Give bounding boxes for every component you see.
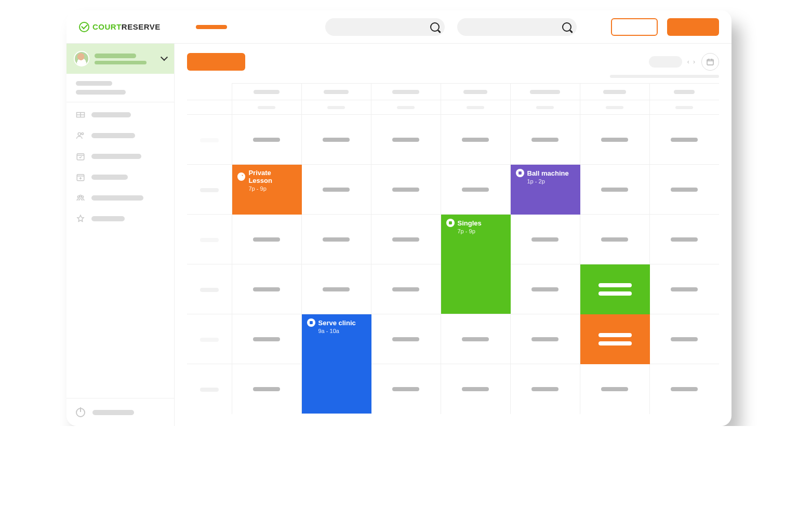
column-header[interactable]: [510, 84, 580, 100]
schedule-cell[interactable]: [232, 364, 301, 414]
schedule-cell[interactable]: [301, 215, 371, 264]
schedule-cell[interactable]: [649, 264, 719, 314]
sidebar-nav: [66, 102, 174, 231]
row-label: [187, 215, 232, 264]
power-icon[interactable]: [76, 408, 85, 417]
sidebar-item-courts[interactable]: [66, 104, 174, 125]
schedule-cell[interactable]: Private Lesson 7p - 9p: [232, 165, 301, 215]
app-window: COURTRESERVE: [66, 10, 732, 426]
schedule-cell[interactable]: [371, 215, 441, 264]
schedule-cell[interactable]: [510, 364, 580, 414]
event-ball-machine[interactable]: Ball machine 1p - 2p: [511, 165, 580, 215]
schedule-cell[interactable]: [441, 364, 510, 414]
schedule-cell[interactable]: [510, 115, 580, 165]
schedule-cell[interactable]: [232, 215, 301, 264]
schedule-cell[interactable]: [301, 165, 371, 215]
search-input-2[interactable]: [457, 18, 577, 36]
calendar-button[interactable]: [701, 53, 719, 71]
column-header[interactable]: [580, 84, 649, 100]
schedule-cell[interactable]: Serve clinic 9a - 10a: [301, 314, 371, 364]
sidebar: [66, 44, 175, 426]
sidebar-item-label: [91, 112, 131, 117]
schedule-cell[interactable]: [232, 115, 301, 165]
schedule-cell[interactable]: [441, 115, 510, 165]
svg-point-4: [82, 132, 84, 135]
column-header[interactable]: [441, 84, 510, 100]
svg-point-3: [78, 132, 81, 135]
search-input-1[interactable]: [325, 18, 445, 36]
schedule-cell[interactable]: [232, 314, 301, 364]
svg-rect-18: [518, 171, 522, 175]
column-subheader: [649, 100, 719, 115]
sidebar-item-label: [91, 154, 141, 159]
schedule-cell[interactable]: [232, 264, 301, 314]
schedule-cell[interactable]: [649, 215, 719, 264]
column-header[interactable]: [649, 84, 719, 100]
row-label: [187, 115, 232, 165]
user-menu[interactable]: [66, 44, 174, 74]
sidebar-item-reservations[interactable]: [66, 146, 174, 167]
schedule-cell[interactable]: [580, 314, 649, 364]
schedule-cell[interactable]: [580, 364, 649, 414]
schedule-cell[interactable]: [510, 264, 580, 314]
schedule-cell[interactable]: Ball machine 1p - 2p: [510, 165, 580, 215]
sidebar-item-events[interactable]: [66, 167, 174, 188]
event-block-orange[interactable]: [580, 314, 650, 364]
main: ‹ ›: [175, 44, 732, 426]
event-block-green[interactable]: [580, 264, 650, 314]
schedule-cell[interactable]: [580, 215, 649, 264]
secondary-button[interactable]: [611, 18, 658, 36]
event-singles[interactable]: Singles 7p - 9p: [441, 215, 511, 314]
schedule-cell[interactable]: [580, 165, 649, 215]
svg-rect-14: [707, 59, 713, 65]
schedule-cell[interactable]: [649, 314, 719, 364]
search-icon: [430, 22, 440, 32]
logo[interactable]: COURTRESERVE: [79, 22, 161, 32]
logout-label[interactable]: [92, 410, 134, 415]
court-icon: [446, 219, 455, 227]
column-header[interactable]: [232, 84, 301, 100]
user-name-placeholder: [95, 54, 147, 64]
sidebar-item-label: [91, 133, 135, 138]
sidebar-item-members[interactable]: [66, 125, 174, 146]
schedule-cell[interactable]: [510, 314, 580, 364]
column-header[interactable]: [371, 84, 441, 100]
schedule-cell[interactable]: [371, 115, 441, 165]
active-nav-indicator[interactable]: [196, 25, 227, 29]
primary-button[interactable]: [667, 18, 719, 36]
schedule-cell[interactable]: Singles 7p - 9p: [441, 215, 510, 264]
schedule-cell[interactable]: [649, 115, 719, 165]
event-private-lesson[interactable]: Private Lesson 7p - 9p: [232, 165, 302, 215]
schedule-cell[interactable]: [371, 264, 441, 314]
event-serve-clinic[interactable]: Serve clinic 9a - 10a: [302, 314, 371, 414]
clinic-icon: [307, 318, 315, 327]
subheading-placeholder: [610, 75, 719, 78]
logo-check-icon: [79, 22, 89, 32]
sidebar-item-groups[interactable]: [66, 188, 174, 208]
column-subheader: [232, 100, 301, 115]
prev-next-arrows[interactable]: ‹ ›: [687, 58, 696, 65]
people-icon: [76, 131, 85, 140]
column-header[interactable]: [301, 84, 371, 100]
schedule-cell[interactable]: [580, 115, 649, 165]
schedule-cell[interactable]: [649, 165, 719, 215]
schedule-cell[interactable]: [301, 115, 371, 165]
schedule-cell[interactable]: [510, 215, 580, 264]
row-label: [187, 364, 232, 414]
schedule-cell[interactable]: [371, 314, 441, 364]
event-time: 9a - 10a: [318, 328, 366, 334]
schedule-cell[interactable]: [649, 364, 719, 414]
svg-rect-19: [449, 221, 452, 224]
schedule-cell[interactable]: [441, 165, 510, 215]
sidebar-item-favorites[interactable]: [66, 208, 174, 229]
schedule-cell[interactable]: [301, 264, 371, 314]
column-subheader: [371, 100, 441, 115]
svg-rect-20: [310, 321, 313, 324]
schedule-cell[interactable]: [371, 364, 441, 414]
schedule-cell[interactable]: [441, 314, 510, 364]
schedule-cell[interactable]: [371, 165, 441, 215]
schedule-cell[interactable]: [580, 264, 649, 314]
schedule-row: Private Lesson 7p - 9p Ball machine 1: [187, 165, 719, 215]
column-subheader: [301, 100, 371, 115]
create-button[interactable]: [187, 53, 245, 71]
